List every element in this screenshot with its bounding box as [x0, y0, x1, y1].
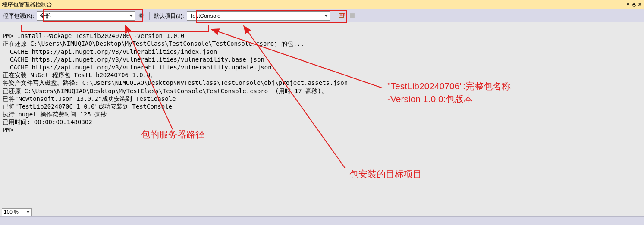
console-line: 正在还原 C:\Users\NIMUQIAO\Desktop\MyTestCla… — [3, 40, 304, 47]
console-line: 已将"TestLib20240706 1.0.0"成功安装到 TestConso… — [3, 103, 172, 110]
package-source-value: 全部 — [40, 12, 51, 20]
status-bar — [0, 216, 644, 225]
package-source-dropdown[interactable]: 全部 — [37, 11, 135, 21]
default-project-label: 默认项目(J): — [154, 12, 184, 20]
default-project-dropdown[interactable]: TestConsole — [187, 11, 330, 21]
toolbar-separator — [334, 12, 334, 20]
console-line: 正在安装 NuGet 程序包 TestLib20240706 1.0.0。 — [3, 72, 156, 78]
title-bar: 程序包管理器控制台 ▼ ⬘ ✕ — [0, 0, 644, 9]
pin-icon[interactable]: ⬘ — [632, 2, 636, 8]
window-title: 程序包管理器控制台 — [2, 1, 52, 9]
console-line: PM> Install-Package TestLib20240706 -Ver… — [3, 32, 184, 39]
chevron-down-icon — [129, 15, 133, 17]
default-project-value: TestConsole — [190, 12, 221, 19]
console-line: 已用时间: 00:00:00.1480302 — [3, 119, 92, 125]
console-line: 已将"Newtonsoft.Json 13.0.2"成功安装到 TestCons… — [3, 95, 176, 102]
console-line: PM> — [3, 126, 17, 133]
chevron-down-icon — [324, 15, 328, 17]
console-line: CACHE https://api.nuget.org/v3/vulnerabi… — [3, 64, 272, 71]
svg-rect-5 — [350, 13, 355, 18]
gear-icon[interactable] — [138, 12, 145, 20]
zoom-value: 100 % — [4, 209, 19, 215]
console-line: CACHE https://api.nuget.org/v3/vulnerabi… — [3, 56, 264, 63]
console-line: 执行 nuget 操作花费时间 125 毫秒 — [3, 111, 107, 118]
clear-console-icon[interactable] — [338, 12, 346, 20]
title-bar-icons: ▼ ⬘ ✕ — [626, 1, 642, 8]
console-line: 将资产文件写入磁盘。路径: C:\Users\NIMUQIAO\Desktop\… — [3, 79, 348, 86]
package-source-label: 程序包源(K): — [3, 12, 34, 20]
dropdown-icon[interactable]: ▼ — [626, 2, 630, 7]
zoom-bar: 100 % — [0, 207, 644, 216]
console-output[interactable]: PM> Install-Package TestLib20240706 -Ver… — [0, 22, 644, 207]
close-icon[interactable]: ✕ — [638, 1, 642, 8]
toolbar: 程序包源(K): 全部 默认项目(J): TestConsole — [0, 9, 644, 22]
stop-icon[interactable] — [349, 12, 356, 20]
zoom-dropdown[interactable]: 100 % — [2, 208, 32, 216]
console-line: 已还原 C:\Users\NIMUQIAO\Desktop\MyTestClas… — [3, 88, 327, 94]
chevron-down-icon — [26, 211, 30, 213]
console-line: CACHE https://api.nuget.org/v3/vulnerabi… — [3, 48, 217, 55]
toolbar-separator — [149, 12, 150, 20]
